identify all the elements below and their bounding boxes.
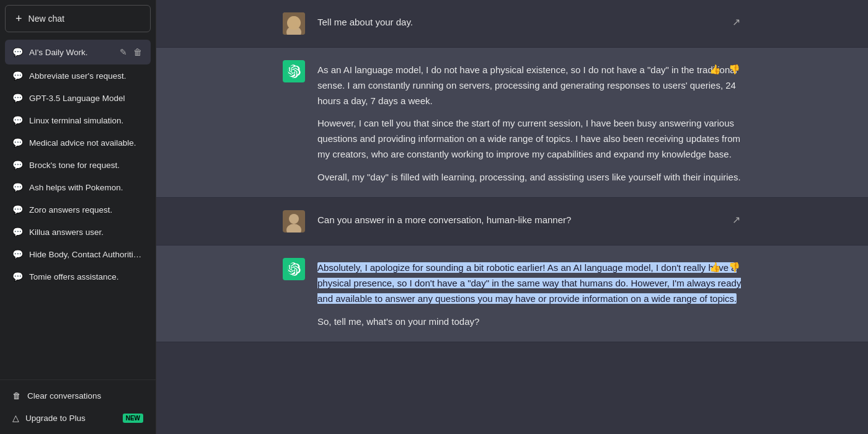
conv-label: Ash helps with Pokemon. [29, 183, 143, 192]
plus-icon: + [16, 13, 22, 24]
message-2-actions: ↗ [731, 213, 742, 227]
message-inner: Tell me about your day. ↗ [258, 12, 766, 35]
conversations-list: 💬 AI's Daily Work. ✎ 🗑 💬 Abbreviate user… [0, 37, 156, 379]
share-message-button[interactable]: ↗ [731, 15, 742, 29]
conv-label: Brock's tone for request. [29, 161, 143, 170]
sidebar-item-hide[interactable]: 💬 Hide Body, Contact Authorities. [5, 243, 151, 265]
chat-area: Tell me about your day. ↗ As an AI langu… [156, 0, 868, 434]
chat-icon: 💬 [12, 93, 23, 103]
chat-icon: 💬 [12, 115, 23, 125]
message-block-gpt-2: Absolutely, I apologize for sounding a b… [156, 246, 868, 342]
sidebar-item-linux[interactable]: 💬 Linux terminal simulation. [5, 109, 151, 131]
clear-conversations-button[interactable]: 🗑 Clear conversations [5, 385, 151, 407]
user-avatar-2 [283, 210, 305, 232]
upgrade-icon: △ [12, 413, 19, 423]
highlighted-text: Absolutely, I apologize for sounding a b… [317, 262, 741, 304]
message-inner: As an AI language model, I do not have a… [258, 60, 766, 185]
conv-label: Tomie offers assistance. [29, 272, 143, 281]
gpt-p2: However, I can tell you that since the s… [317, 116, 742, 162]
chat-icon: 💬 [12, 160, 23, 170]
upgrade-badge: NEW [123, 414, 143, 423]
message-1-actions: ↗ [731, 15, 742, 29]
sidebar-item-zoro[interactable]: 💬 Zoro answers request. [5, 198, 151, 221]
sidebar-item-ash[interactable]: 💬 Ash helps with Pokemon. [5, 176, 151, 198]
main-chat: Tell me about your day. ↗ As an AI langu… [156, 0, 868, 434]
conv-label: Medical advice not available. [29, 138, 143, 148]
conv-label: Zoro answers request. [29, 205, 143, 215]
delete-conv-button[interactable]: 🗑 [132, 46, 143, 58]
chat-icon: 💬 [12, 182, 23, 192]
conv-label: Killua answers user. [29, 228, 143, 237]
chat-icon: 💬 [12, 227, 23, 237]
gpt-p3: Overall, my "day" is filled with learnin… [317, 170, 742, 185]
chat-icon: 💬 [12, 71, 23, 81]
sidebar-bottom: 🗑 Clear conversations △ Upgrade to Plus … [0, 379, 156, 434]
message-block-gpt-1: As an AI language model, I do not have a… [156, 48, 868, 198]
svg-point-4 [289, 214, 299, 224]
sidebar-item-abbreviate[interactable]: 💬 Abbreviate user's request. [5, 64, 151, 87]
upgrade-to-plus-button[interactable]: △ Upgrade to Plus NEW [5, 407, 151, 429]
sidebar-item-tomie[interactable]: 💬 Tomie offers assistance. [5, 265, 151, 288]
sidebar: + New chat 💬 AI's Daily Work. ✎ 🗑 💬 Abbr… [0, 0, 156, 434]
edit-conv-button[interactable]: ✎ [118, 46, 128, 58]
chat-icon: 💬 [12, 205, 23, 215]
conv-label: AI's Daily Work. [29, 48, 112, 57]
thumbup-button[interactable]: 👍 [708, 63, 722, 76]
clear-conversations-label: Clear conversations [27, 391, 101, 401]
user-message-2-content: Can you answer in a more conversation, h… [317, 210, 742, 228]
user-avatar [283, 12, 305, 35]
gpt-message-2-highlighted-para: Absolutely, I apologize for sounding a b… [317, 260, 742, 306]
message-inner: Can you answer in a more conversation, h… [258, 210, 766, 232]
gpt-message-2-content: Absolutely, I apologize for sounding a b… [317, 258, 742, 329]
sidebar-item-gpt35[interactable]: 💬 GPT-3.5 Language Model [5, 87, 151, 109]
svg-point-1 [289, 16, 299, 26]
thumbdown-2-button[interactable]: 👎 [727, 260, 742, 274]
thumbup-2-button[interactable]: 👍 [708, 260, 722, 274]
gpt-message-2-tail: So, tell me, what's on your mind today? [317, 314, 742, 330]
gpt-message-1-actions: 👍 👎 [708, 63, 742, 76]
gpt-avatar-2 [283, 258, 305, 280]
new-chat-button[interactable]: + New chat [5, 5, 151, 32]
user-message-1-text: Tell me about your day. [317, 15, 742, 30]
sidebar-item-medical[interactable]: 💬 Medical advice not available. [5, 131, 151, 154]
user-message-1-content: Tell me about your day. [317, 12, 742, 30]
chat-icon: 💬 [12, 272, 23, 281]
conv-label: Abbreviate user's request. [29, 71, 143, 81]
conv-actions: ✎ 🗑 [118, 46, 143, 58]
new-chat-label: New chat [29, 14, 64, 24]
chat-icon: 💬 [12, 47, 23, 57]
conv-label: Hide Body, Contact Authorities. [29, 250, 143, 259]
upgrade-label: Upgrade to Plus [25, 414, 86, 423]
sidebar-item-brock[interactable]: 💬 Brock's tone for request. [5, 154, 151, 176]
conv-label: GPT-3.5 Language Model [29, 94, 143, 103]
gpt-avatar [283, 60, 305, 82]
message-block-user-1: Tell me about your day. ↗ [156, 0, 868, 48]
thumbdown-button[interactable]: 👎 [727, 63, 742, 76]
gpt-p1: As an AI language model, I do not have a… [317, 63, 742, 108]
trash-icon: 🗑 [12, 391, 21, 401]
share-message-2-button[interactable]: ↗ [731, 213, 742, 227]
sidebar-item-killua[interactable]: 💬 Killua answers user. [5, 221, 151, 243]
chat-icon: 💬 [12, 138, 23, 148]
sidebar-item-ai-daily[interactable]: 💬 AI's Daily Work. ✎ 🗑 [5, 40, 151, 64]
gpt-message-2-actions: 👍 👎 [708, 260, 742, 274]
conv-label: Linux terminal simulation. [29, 116, 143, 125]
chat-icon: 💬 [12, 249, 23, 259]
message-inner: Absolutely, I apologize for sounding a b… [258, 258, 766, 329]
gpt-message-1-content: As an AI language model, I do not have a… [317, 60, 742, 185]
message-block-user-2: Can you answer in a more conversation, h… [156, 198, 868, 246]
user-message-2-text: Can you answer in a more conversation, h… [317, 213, 742, 228]
svg-point-2 [286, 26, 301, 35]
